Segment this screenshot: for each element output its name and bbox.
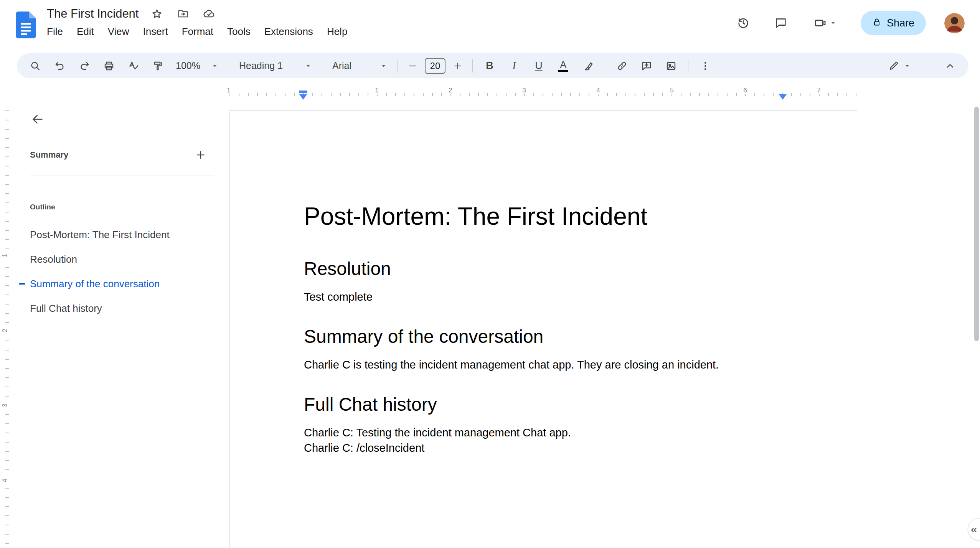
underline-button[interactable]: U (529, 56, 549, 76)
outline-item[interactable]: Post-Mortem: The First Incident (12, 222, 229, 247)
ruler-number: 4 (1, 475, 9, 486)
ruler-number: 5 (668, 87, 675, 94)
toolbar-divider (472, 59, 473, 72)
font-size-input[interactable]: 20 (425, 58, 445, 74)
comments-icon[interactable] (769, 11, 793, 35)
add-comment-icon[interactable] (637, 56, 657, 76)
redo-icon[interactable] (74, 56, 94, 76)
double-chevron-left-icon: « (968, 523, 977, 535)
doc-section: Full Chat history Charlie C: Testing the… (304, 394, 784, 456)
right-indent-marker[interactable] (779, 94, 787, 100)
title-area: The First Incident File Edit View Insert… (47, 6, 352, 39)
text-color-button[interactable]: A (553, 56, 573, 76)
meet-video-icon[interactable] (806, 11, 845, 35)
search-menus-icon[interactable] (25, 56, 45, 76)
ruler-number: 6 (742, 87, 748, 94)
print-icon[interactable] (99, 56, 119, 76)
insert-image-icon[interactable] (661, 56, 681, 76)
doc-section: Resolution Test complete (304, 258, 784, 304)
doc-paragraph[interactable]: Charlie C: Testing the incident manageme… (304, 425, 784, 440)
document-title[interactable]: The First Incident (47, 7, 139, 21)
toolbar-divider (605, 59, 605, 72)
doc-paragraph[interactable]: Charlie C: /closeIncident (304, 440, 784, 456)
ruler-number: 1 (225, 87, 232, 94)
share-button[interactable]: Share (861, 11, 926, 35)
scrollbar-thumb[interactable] (974, 107, 979, 341)
font-value: Arial (332, 60, 351, 71)
menu-tools[interactable]: Tools (222, 25, 256, 39)
document-outline-panel: Summary Outline Post-Mortem: The First I… (12, 101, 229, 548)
ruler-number: 1 (373, 87, 380, 94)
hide-menus-icon[interactable] (940, 56, 960, 76)
outline-item[interactable]: Full Chat history (12, 296, 229, 321)
doc-paragraph[interactable]: Charlie C is testing the incident manage… (304, 357, 784, 372)
add-summary-icon[interactable] (190, 144, 211, 166)
avatar[interactable] (944, 13, 965, 33)
ruler-number: 2 (1, 325, 9, 336)
menu-help[interactable]: Help (322, 25, 352, 39)
undo-icon[interactable] (50, 56, 70, 76)
chevron-down-icon (211, 62, 219, 70)
menu-format[interactable]: Format (177, 25, 218, 39)
star-icon[interactable] (149, 6, 165, 21)
outline-list: Post-Mortem: The First Incident Resoluti… (12, 222, 229, 321)
close-outline-icon[interactable] (27, 109, 48, 130)
chevron-down-icon (304, 62, 312, 70)
docs-logo-icon[interactable] (16, 12, 36, 38)
toolbar-divider (688, 59, 688, 72)
ruler-number: 3 (521, 87, 527, 94)
menu-extensions[interactable]: Extensions (259, 25, 318, 39)
doc-paragraph[interactable]: Test complete (304, 289, 784, 304)
italic-button[interactable]: I (504, 56, 524, 76)
outline-item[interactable]: Resolution (12, 247, 229, 272)
bold-button[interactable]: B (480, 56, 500, 76)
zoom-select[interactable]: 100% (170, 60, 224, 71)
ruler-ticks (229, 93, 857, 96)
toolbar-right-group (883, 56, 962, 76)
decrease-font-size-icon[interactable] (405, 56, 420, 76)
toolbar-divider (398, 59, 398, 72)
header-actions: Share (731, 11, 965, 35)
ruler-number: 7 (815, 87, 822, 94)
zoom-value: 100% (176, 60, 200, 71)
menubar: File Edit View Insert Format Tools Exten… (42, 25, 352, 39)
horizontal-ruler: 1 1 2 3 4 5 6 7 (0, 85, 980, 101)
paint-format-icon[interactable] (148, 56, 168, 76)
menu-file[interactable]: File (42, 25, 68, 39)
doc-title-heading[interactable]: Post-Mortem: The First Incident (304, 202, 784, 230)
version-history-icon[interactable] (731, 11, 756, 35)
highlight-color-icon[interactable] (578, 56, 598, 76)
first-line-indent-marker[interactable] (299, 91, 307, 93)
more-options-icon[interactable] (695, 56, 715, 76)
menu-insert[interactable]: Insert (138, 25, 173, 39)
pencil-icon (888, 60, 899, 72)
divider (30, 176, 214, 176)
increase-font-size-icon[interactable] (450, 56, 465, 76)
paragraph-style-select[interactable]: Heading 1 (234, 60, 317, 71)
header: The First Incident File Edit View Insert… (0, 0, 980, 51)
left-indent-marker[interactable] (299, 94, 307, 100)
ruler-number: 2 (447, 87, 454, 94)
move-folder-icon[interactable] (175, 6, 191, 21)
menu-edit[interactable]: Edit (72, 25, 99, 39)
summary-label: Summary (30, 150, 68, 160)
insert-link-icon[interactable] (612, 56, 632, 76)
font-select[interactable]: Arial (327, 60, 393, 71)
chevron-down-icon (380, 62, 388, 70)
doc-heading[interactable]: Summary of the conversation (304, 326, 784, 347)
ruler-number: 4 (595, 87, 601, 94)
toolbar-divider (229, 59, 229, 72)
doc-heading[interactable]: Resolution (304, 258, 784, 280)
doc-heading[interactable]: Full Chat history (304, 394, 784, 415)
show-side-panel-button[interactable]: « (968, 518, 980, 540)
lock-icon (872, 18, 881, 28)
doc-section: Summary of the conversation Charlie C is… (304, 326, 784, 372)
menu-view[interactable]: View (103, 25, 134, 39)
share-label: Share (887, 17, 914, 29)
editing-mode-select[interactable] (883, 60, 916, 72)
vertical-ruler: 1 2 3 4 (0, 101, 12, 548)
spellcheck-icon[interactable] (124, 56, 144, 76)
document-page[interactable]: Post-Mortem: The First Incident Resoluti… (229, 110, 857, 548)
outline-item-active[interactable]: Summary of the conversation (12, 272, 229, 296)
outline-label: Outline (30, 203, 55, 211)
